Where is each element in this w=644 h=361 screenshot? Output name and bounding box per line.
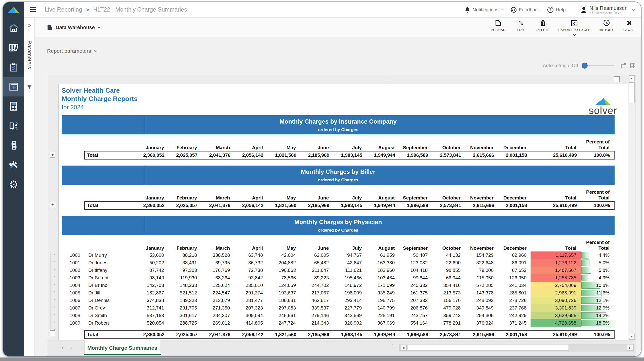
physician-month-value: 371,245	[498, 320, 531, 326]
physician-percent-value: 11.6%	[596, 289, 610, 297]
sheet-nav-left-icon[interactable]: ‹	[61, 344, 64, 351]
expand-parameters-icon[interactable]: »	[24, 22, 34, 29]
physician-percent-cell: 4.9%	[581, 274, 615, 282]
close-icon: ✖	[626, 19, 632, 26]
expand-biller-rows-button[interactable]: +	[50, 202, 55, 207]
total-month-value: 2,056,142	[234, 152, 267, 158]
physician-name: Dr Jones	[82, 260, 135, 266]
scroll-down-button[interactable]: ▼	[629, 334, 635, 340]
expand-window-icon[interactable]	[621, 63, 626, 68]
main-area: Data Warehouse PUBLISH ✎ EDIT	[35, 18, 641, 356]
horizontal-scrollbar[interactable]: ◀ ▶	[399, 344, 634, 351]
expand-insurance-rows-button[interactable]: +	[50, 152, 55, 158]
grid-view-icon[interactable]	[630, 63, 635, 68]
delete-button[interactable]: DELETE	[536, 19, 550, 32]
row-outline-dot	[54, 329, 55, 330]
physician-row: 1006Dr Dennis374,838189,323213,079281,47…	[62, 297, 615, 304]
breadcrumb-section[interactable]: Live Reporting	[45, 6, 82, 13]
physician-month-value: 67,652	[498, 268, 531, 273]
collapse-physician-rows-button[interactable]: −	[50, 330, 55, 336]
parameters-rail-label[interactable]: Parameters	[26, 40, 33, 69]
total-month-value: 2,360,052	[136, 203, 169, 208]
physician-name: Dr Smith	[82, 313, 135, 318]
total-month-value: 2,056,142	[234, 332, 267, 337]
publish-button[interactable]: PUBLISH	[491, 19, 505, 32]
report-parameters-dropdown[interactable]: Report parameters	[47, 48, 97, 54]
physician-month-value: 171,099	[366, 283, 399, 288]
physician-month-value: 237,768	[498, 305, 531, 311]
vertical-scrollbar[interactable]: ▲ ▼	[628, 75, 635, 340]
month-column-header: September	[399, 145, 432, 151]
physician-month-value: 42,604	[267, 252, 300, 258]
percent-header-line1: Percent of	[581, 239, 610, 245]
scroll-left-button[interactable]: ◀	[400, 345, 407, 351]
month-header-row: JanuaryFebruaryMarchAprilMayJuneJulyAugu…	[62, 239, 615, 251]
filter-funnel-icon[interactable]	[24, 85, 34, 89]
physician-month-value: 119,930	[168, 275, 201, 281]
physician-percent-cell: 18.5%	[581, 319, 615, 327]
physician-percent-cell: 5.0%	[581, 259, 615, 267]
history-button[interactable]: HISTORY	[599, 19, 614, 32]
physician-month-value: 88,218	[168, 252, 201, 258]
physician-name: Dr Jill	[82, 290, 135, 296]
svg-text:X: X	[573, 22, 575, 25]
toolbar-buttons: PUBLISH ✎ EDIT DELETE	[491, 19, 636, 35]
data-source-label: Data Warehouse	[56, 25, 95, 30]
section-band-insurance: Monthly Charges by Insurance Company ord…	[62, 115, 615, 134]
total-month-value: 1,983,145	[333, 203, 366, 208]
sheet-nav-right-icon[interactable]: ›	[70, 344, 72, 351]
notifications-button[interactable]: Notifications	[465, 7, 503, 13]
physician-month-value: 198,009	[333, 290, 366, 296]
sidebar-item-home[interactable]	[3, 18, 24, 38]
sidebar-item-tools[interactable]	[3, 155, 24, 175]
sidebar-item-document-user[interactable]	[3, 116, 24, 136]
total-month-value: 2,615,666	[465, 152, 498, 158]
vertical-scroll-thumb[interactable]	[629, 82, 635, 103]
insurance-total-row: Total2,360,0522,025,0572,041,3762,056,14…	[84, 151, 615, 160]
warehouse-building-icon	[47, 25, 53, 30]
data-source-dropdown[interactable]: Data Warehouse	[47, 25, 100, 30]
percent-header-line2: Total	[581, 195, 610, 201]
month-column-header: October	[432, 245, 465, 252]
sidebar-item-binders[interactable]	[3, 38, 24, 57]
physician-month-value: 572,285	[465, 283, 498, 288]
physician-month-value: 278,726	[498, 298, 531, 303]
app-window: ⚙ Live Reporting > HLT22 - Monthly Charg…	[3, 2, 641, 357]
physician-month-value: 97,303	[168, 268, 201, 273]
column-collapse-button[interactable]: −	[614, 76, 620, 82]
column-group-bracket	[387, 79, 613, 79]
physician-percent-cell: 11.6%	[581, 289, 615, 297]
sheet-tab-monthly-charge-summaries[interactable]: Monthly Charge Summaries	[85, 340, 160, 355]
physician-total-heatmap-cell: 4,728,658	[531, 319, 581, 327]
physician-month-value: 62,005	[300, 252, 333, 258]
scroll-up-button[interactable]: ▲	[629, 75, 635, 81]
source-chevron-down-icon	[97, 25, 101, 29]
physician-month-value: 38,491	[168, 260, 201, 266]
physician-percent-cell: 14.2%	[581, 312, 615, 319]
month-column-header: August	[366, 195, 399, 202]
month-column-header: April	[234, 145, 267, 151]
menu-hamburger-icon[interactable]	[30, 7, 36, 12]
sidebar-item-settings[interactable]: ⚙	[3, 175, 24, 194]
close-button[interactable]: ✖ CLOSE	[622, 19, 636, 32]
sidebar-item-integrations[interactable]	[3, 136, 24, 155]
user-menu[interactable]: Nils Rasmussen 05. Healthcare Demo	[581, 5, 634, 15]
sidebar-item-calculator[interactable]	[3, 96, 24, 116]
auto-refresh-slider[interactable]	[582, 65, 614, 66]
horizontal-scroll-thumb[interactable]	[408, 345, 569, 351]
grand-total-value: 25,610,499	[531, 152, 581, 158]
sidebar-item-checklist[interactable]	[3, 57, 24, 77]
edit-button[interactable]: ✎ EDIT	[514, 19, 528, 32]
feedback-button[interactable]: Feedback	[511, 7, 540, 13]
scroll-right-button[interactable]: ▶	[627, 345, 633, 351]
tab-scroll-splitter[interactable]	[392, 344, 393, 348]
month-column-header: October	[432, 195, 465, 202]
total-month-value: 2,056,142	[234, 203, 267, 208]
sidebar-item-live-reporting[interactable]	[3, 77, 24, 96]
grand-total-value: 25,610,499	[531, 203, 581, 208]
solver-logo[interactable]	[3, 2, 24, 18]
export-to-excel-button[interactable]: X EXPORT TO EXCEL	[558, 19, 590, 35]
slider-knob[interactable]	[582, 63, 588, 69]
physician-month-value: 69,795	[201, 260, 234, 266]
help-button[interactable]: ? Help	[547, 7, 566, 13]
